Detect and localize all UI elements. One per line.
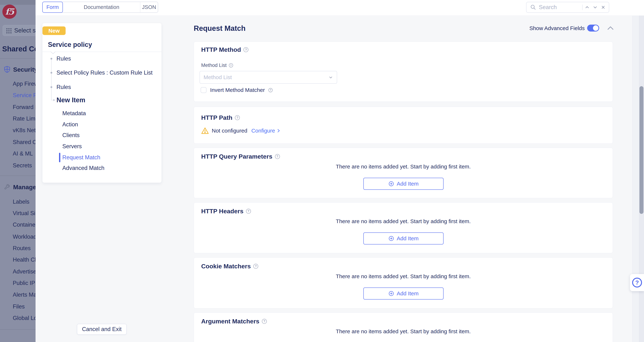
sidebar-item-service-policies[interactable]: Service P xyxy=(13,92,36,99)
http-path-status-row: Not configured Configure xyxy=(201,127,280,134)
sidebar-section-manage[interactable]: Manage xyxy=(13,183,36,191)
http-headers-title-text: HTTP Headers xyxy=(201,208,244,215)
http-method-card: HTTP Method ? Method List ? Method List … xyxy=(194,42,613,102)
wizard-nav-panel: New Service policy Rules Select Policy R… xyxy=(42,23,162,183)
advanced-fields-toggle[interactable] xyxy=(587,25,599,32)
scrollbar-track[interactable] xyxy=(639,16,644,342)
sidebar-item-forward-proxy[interactable]: Forward P xyxy=(13,104,36,111)
invert-method-matcher-row: Invert Method Matcher ? xyxy=(201,87,272,93)
http-path-title-text: HTTP Path xyxy=(201,114,232,121)
chevron-down-icon[interactable] xyxy=(592,4,598,11)
sidebar-item-workloads[interactable]: Workload xyxy=(13,233,36,240)
method-list-select[interactable]: Method List xyxy=(200,71,337,84)
sidebar-item-routes[interactable]: Routes xyxy=(13,245,30,252)
wizard-substep-servers[interactable]: Servers xyxy=(62,143,82,150)
console-topband xyxy=(0,0,36,5)
sidebar-item-rate-limiter[interactable]: Rate Limi xyxy=(13,115,36,122)
tab-documentation[interactable]: Documentation xyxy=(63,2,140,13)
collapse-chevron-up-icon[interactable] xyxy=(607,26,614,31)
cookie-matchers-card: Cookie Matchers ? There are no items add… xyxy=(194,257,613,308)
wizard-substep-action[interactable]: Action xyxy=(62,121,78,128)
search-icon xyxy=(530,4,536,11)
search-input[interactable]: Search xyxy=(526,2,609,13)
wizard-substep-clients[interactable]: Clients xyxy=(62,132,80,138)
empty-state-text: There are no items added yet. Start by a… xyxy=(194,328,613,334)
wizard-step-rules-1[interactable]: Rules xyxy=(56,56,71,62)
chevron-up-icon[interactable] xyxy=(584,4,590,11)
scrollbar-thumb[interactable] xyxy=(640,86,644,214)
divider-notch-icon xyxy=(50,51,56,54)
cancel-and-exit-button[interactable]: Cancel and Exit xyxy=(77,324,127,335)
help-icon[interactable]: ? xyxy=(235,115,240,120)
plus-circle-icon xyxy=(388,235,394,241)
advanced-fields-label: Show Advanced Fields xyxy=(530,25,585,31)
f5-logo: f5 xyxy=(2,5,16,19)
http-headers-title: HTTP Headers ? xyxy=(201,208,251,215)
sidebar-item-public-ip[interactable]: Public IP xyxy=(13,280,35,286)
http-method-title: HTTP Method ? xyxy=(201,46,248,53)
sidebar-section-security[interactable]: Security xyxy=(13,66,36,73)
help-icon[interactable]: ? xyxy=(275,154,280,159)
sidebar-item-secrets[interactable]: Secrets xyxy=(13,162,32,169)
sidebar-divider xyxy=(0,58,36,59)
sidebar-item-health-checks[interactable]: Health Ch xyxy=(13,256,36,263)
sidebar-item-ai-ml[interactable]: AI & ML xyxy=(13,150,33,157)
add-item-label: Add Item xyxy=(397,181,418,187)
sidebar-item-vk8s-network[interactable]: vK8s Net xyxy=(13,127,36,134)
sidebar-item-shared-objects[interactable]: Shared O xyxy=(13,139,36,145)
sidebar-item-containers[interactable]: Containe xyxy=(13,221,35,228)
wizard-substep-request-match[interactable]: Request Match xyxy=(62,154,100,161)
help-icon[interactable]: ? xyxy=(244,47,248,52)
http-query-parameters-title: HTTP Query Parameters ? xyxy=(201,153,280,160)
wizard-substep-metadata[interactable]: Metadata xyxy=(62,110,86,117)
add-item-button[interactable]: Add Item xyxy=(363,178,444,190)
cookie-matchers-title-text: Cookie Matchers xyxy=(201,263,251,270)
step-bullet-icon xyxy=(50,58,52,60)
help-icon[interactable]: ? xyxy=(262,319,267,324)
wizard-step-select-policy-rules[interactable]: Select Policy Rules : Custom Rule List xyxy=(56,70,152,76)
wizard-step-rules-2[interactable]: Rules xyxy=(56,84,71,90)
wizard-step-new-item[interactable]: New Item xyxy=(56,96,85,104)
tab-json[interactable]: JSON xyxy=(140,2,158,13)
sidebar-item-virtual-sites[interactable]: Virtual Si xyxy=(13,210,35,217)
shield-icon xyxy=(4,66,10,73)
add-item-label: Add Item xyxy=(397,235,418,241)
wizard-substep-advanced-match[interactable]: Advanced Match xyxy=(62,165,104,171)
sidebar-item-global-log[interactable]: Global Lo xyxy=(13,315,36,321)
help-icon[interactable]: ? xyxy=(268,88,272,92)
sidebar-item-advertise[interactable]: Advertise xyxy=(13,268,36,275)
sidebar-item-alerts[interactable]: Alerts Ma xyxy=(13,291,36,298)
sidebar-item-files[interactable]: Files xyxy=(13,303,24,310)
tab-form[interactable]: Form xyxy=(42,2,63,13)
select-service-button[interactable]: Select se xyxy=(2,25,36,36)
step-bullet-icon xyxy=(50,86,52,88)
help-question-icon: ? xyxy=(632,278,642,287)
wrench-icon xyxy=(4,184,10,190)
step-bullet-icon xyxy=(50,72,52,74)
invert-method-matcher-label: Invert Method Matcher xyxy=(210,87,265,93)
method-list-label-text: Method List xyxy=(201,63,227,68)
configure-link[interactable]: Configure xyxy=(251,128,280,134)
sidebar-item-labels[interactable]: Labels xyxy=(13,199,29,205)
empty-state-text: There are no items added yet. Start by a… xyxy=(194,273,613,279)
http-method-title-text: HTTP Method xyxy=(201,46,241,53)
help-icon[interactable]: ? xyxy=(246,209,251,214)
help-button[interactable]: ? xyxy=(630,274,644,291)
modal-body: New Service policy Rules Select Policy R… xyxy=(36,16,644,342)
select-service-label: Select se xyxy=(14,27,36,34)
grid-dots-icon xyxy=(6,28,12,34)
sidebar-item-app-firewall[interactable]: App Firew xyxy=(13,81,36,87)
argument-matchers-title: Argument Matchers ? xyxy=(201,318,267,325)
help-icon[interactable]: ? xyxy=(229,63,233,68)
invert-method-matcher-checkbox[interactable] xyxy=(201,87,206,93)
warning-icon xyxy=(201,127,209,134)
search-placeholder: Search xyxy=(539,4,581,11)
wizard-tree-line xyxy=(51,59,52,100)
add-item-button[interactable]: Add Item xyxy=(363,232,444,244)
page-title: Request Match xyxy=(194,24,246,33)
method-list-label: Method List ? xyxy=(201,63,233,68)
help-icon[interactable]: ? xyxy=(253,264,258,269)
close-icon[interactable] xyxy=(600,4,606,11)
service-policy-modal: Form Documentation JSON Search New Servi… xyxy=(36,0,644,342)
add-item-button[interactable]: Add Item xyxy=(363,287,444,299)
